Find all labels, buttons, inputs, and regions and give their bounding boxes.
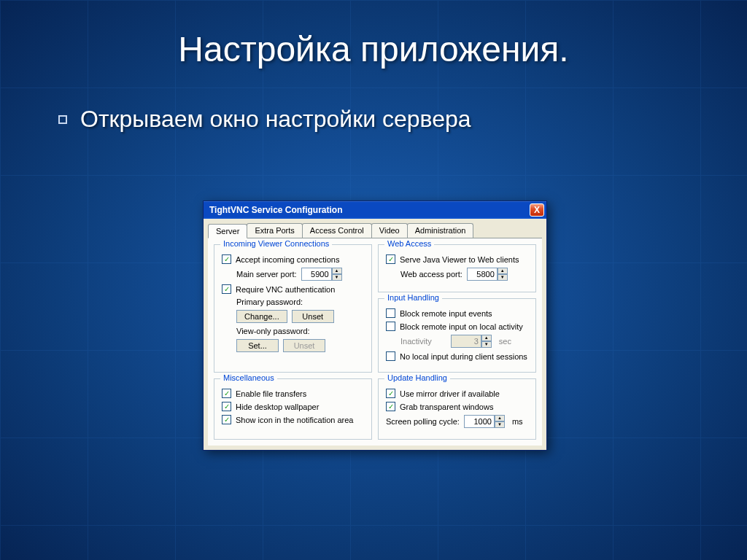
group-incoming: Incoming Viewer Connections ✓ Accept inc… [214, 244, 372, 373]
checkbox-showicon[interactable]: ✓ [222, 415, 231, 424]
tab-video[interactable]: Video [371, 223, 408, 238]
label-require-auth: Require VNC authentication [236, 285, 335, 294]
label-serve-java: Serve Java Viewer to Web clients [400, 255, 519, 264]
label-block-remote: Block remote input events [400, 309, 492, 318]
label-showicon: Show icon in the notification area [236, 416, 353, 424]
checkbox-grab[interactable]: ✓ [386, 402, 395, 411]
spin-down-icon[interactable]: ▼ [495, 421, 505, 428]
label-accept: Accept incoming connections [236, 255, 339, 264]
group-update: Update Handling ✓ Use mirror driver if a… [378, 378, 536, 440]
spin-up-icon[interactable]: ▲ [332, 268, 342, 274]
label-mirror: Use mirror driver if available [400, 389, 500, 398]
spin-down-icon[interactable]: ▼ [332, 274, 342, 281]
button-unset-viewonly: Unset [283, 339, 325, 352]
checkbox-block-remote[interactable] [386, 308, 395, 318]
group-title-web: Web Access [384, 239, 434, 248]
button-set[interactable]: Set... [236, 339, 279, 352]
label-primary-pw: Primary password: [236, 298, 303, 306]
checkbox-serve-java[interactable]: ✓ [386, 254, 395, 264]
button-change[interactable]: Change... [236, 310, 287, 323]
button-unset-primary[interactable]: Unset [292, 310, 334, 323]
tab-access-control[interactable]: Access Control [302, 223, 372, 238]
slide-title: Настройка приложения. [0, 0, 747, 69]
tab-body: Incoming Viewer Connections ✓ Accept inc… [208, 238, 542, 446]
bullet-item: Открываем окно настройки сервера [58, 106, 747, 133]
group-input: Input Handling Block remote input events… [378, 298, 536, 373]
checkbox-block-local[interactable] [386, 322, 395, 331]
label-main-port: Main server port: [236, 270, 297, 279]
label-ms: ms [512, 417, 523, 426]
bullet-icon [58, 115, 67, 124]
checkbox-filetrans[interactable]: ✓ [222, 389, 231, 398]
bullet-text: Открываем окно настройки сервера [80, 106, 471, 133]
group-title-input: Input Handling [384, 293, 442, 302]
input-main-port[interactable] [301, 268, 332, 281]
spin-up-icon[interactable]: ▲ [498, 268, 508, 274]
tab-server[interactable]: Server [208, 224, 247, 238]
input-inactivity [451, 335, 481, 348]
window-title: TightVNC Service Configuration [209, 205, 342, 215]
spin-up-icon[interactable]: ▲ [495, 415, 505, 421]
label-grab: Grab transparent windows [400, 402, 493, 411]
group-misc: Miscellaneous ✓ Enable file transfers ✓ … [214, 378, 372, 440]
label-block-local: Block remote input on local activity [400, 322, 523, 331]
titlebar[interactable]: TightVNC Service Configuration X [204, 201, 546, 219]
tab-extra-ports[interactable]: Extra Ports [247, 223, 302, 238]
label-viewonly-pw: View-only password: [236, 327, 310, 335]
spin-down-icon[interactable]: ▼ [498, 274, 508, 281]
group-title-incoming: Incoming Viewer Connections [220, 239, 332, 248]
checkbox-mirror[interactable]: ✓ [386, 389, 395, 398]
spin-down-icon: ▼ [481, 341, 492, 348]
label-sec: sec [499, 337, 511, 346]
group-title-misc: Miscellaneous [220, 373, 277, 382]
checkbox-accept[interactable]: ✓ [222, 254, 231, 264]
close-button[interactable]: X [530, 203, 544, 217]
checkbox-hidewall[interactable]: ✓ [222, 402, 231, 411]
label-hidewall: Hide desktop wallpaper [236, 402, 319, 411]
group-web: Web Access ✓ Serve Java Viewer to Web cl… [378, 244, 536, 292]
config-dialog: TightVNC Service Configuration X Server … [203, 201, 547, 451]
label-poll: Screen polling cycle: [386, 417, 460, 426]
input-poll[interactable] [464, 415, 495, 428]
label-web-port: Web access port: [400, 270, 462, 279]
checkbox-nolocal[interactable] [386, 351, 395, 361]
label-nolocal: No local input during client sessions [400, 352, 527, 361]
group-title-update: Update Handling [384, 373, 450, 382]
label-filetrans: Enable file transfers [236, 389, 306, 398]
label-inactivity: Inactivity [400, 337, 432, 346]
tab-bar: Server Extra Ports Access Control Video … [208, 223, 542, 238]
input-web-port[interactable] [467, 268, 498, 281]
tab-administration[interactable]: Administration [407, 223, 474, 238]
spin-up-icon: ▲ [481, 335, 492, 341]
checkbox-require-auth[interactable]: ✓ [222, 284, 231, 294]
